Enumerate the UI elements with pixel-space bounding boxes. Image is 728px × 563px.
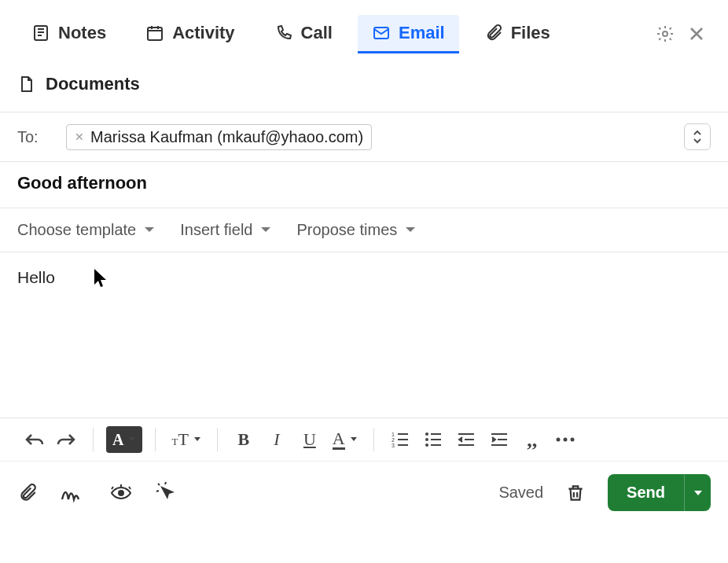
svg-point-3 [663, 31, 667, 36]
tab-activity[interactable]: Activity [131, 15, 248, 53]
mail-icon [372, 24, 391, 42]
propose-times-button[interactable]: Propose times [296, 221, 416, 239]
svg-point-8 [425, 438, 428, 441]
recipient-chip[interactable]: ✕ Marissa Kaufman (mkauf@yhaoo.com) [66, 124, 372, 150]
font-size-button[interactable]: TT [168, 426, 204, 453]
tab-call[interactable]: Call [260, 15, 347, 53]
more-formatting-button[interactable] [552, 426, 579, 453]
to-row: To: ✕ Marissa Kaufman (mkauf@yhaoo.com) [0, 112, 728, 162]
caret-down-icon [350, 436, 358, 443]
pointer-button[interactable] [156, 481, 179, 505]
delete-button[interactable] [565, 482, 586, 504]
undo-button[interactable] [20, 426, 47, 453]
svg-rect-1 [148, 28, 162, 40]
tab-files[interactable]: Files [470, 15, 564, 53]
formatting-toolbar: A TT B I U A 123 [0, 418, 728, 461]
phone-icon [274, 24, 293, 42]
send-options-button[interactable] [684, 474, 711, 511]
mouse-cursor-icon [93, 268, 108, 289]
caret-down-icon [128, 436, 136, 443]
svg-point-7 [425, 432, 428, 436]
attach-button[interactable] [17, 482, 38, 504]
svg-text:3: 3 [392, 443, 395, 448]
tab-label: Activity [172, 23, 234, 43]
bulleted-list-button[interactable] [420, 426, 447, 453]
notes-icon [31, 24, 50, 42]
signature-button[interactable] [60, 482, 86, 504]
tab-label: Call [301, 23, 333, 43]
email-body-text: Hello [17, 268, 55, 286]
file-icon [17, 75, 36, 94]
compose-footer: Saved Send [0, 461, 728, 527]
svg-text:1: 1 [392, 432, 395, 437]
email-body-input[interactable]: Hello [0, 252, 728, 418]
bold-button[interactable]: B [230, 426, 257, 453]
underline-button[interactable]: U [296, 426, 323, 453]
recipient-text: Marissa Kaufman (mkauf@yhaoo.com) [90, 128, 363, 146]
caret-down-icon [193, 436, 201, 443]
svg-point-11 [563, 438, 567, 442]
saved-status: Saved [498, 484, 543, 502]
menu-label: Propose times [296, 221, 397, 239]
menu-label: Choose template [17, 221, 136, 239]
indent-button[interactable] [486, 426, 513, 453]
send-button[interactable]: Send [608, 474, 711, 511]
caret-down-icon [144, 226, 155, 234]
visibility-button[interactable] [108, 484, 134, 502]
template-bar: Choose template Insert field Propose tim… [0, 208, 728, 252]
header-actions [656, 24, 706, 43]
tab-label: Notes [58, 23, 106, 43]
tab-email[interactable]: Email [358, 15, 459, 53]
svg-point-12 [570, 438, 574, 442]
tab-label: Files [511, 23, 550, 43]
italic-button[interactable]: I [263, 426, 290, 453]
paperclip-icon [484, 24, 503, 42]
svg-point-9 [425, 443, 428, 447]
subject-text: Good afternoon [17, 173, 147, 193]
tab-label: Email [399, 23, 445, 43]
insert-field-button[interactable]: Insert field [180, 221, 271, 239]
tabs-bar: Notes Activity Call Email Files [0, 0, 728, 57]
expand-recipients-button[interactable] [684, 123, 711, 150]
outdent-button[interactable] [453, 426, 480, 453]
gear-icon[interactable] [656, 24, 675, 43]
menu-label: Insert field [180, 221, 252, 239]
redo-button[interactable] [53, 426, 80, 453]
choose-template-button[interactable]: Choose template [17, 221, 155, 239]
svg-point-10 [556, 438, 560, 442]
documents-row[interactable]: Documents [0, 57, 728, 112]
tab-notes[interactable]: Notes [17, 15, 120, 53]
blockquote-button[interactable]: ,, [519, 426, 546, 453]
svg-text:2: 2 [392, 437, 395, 443]
send-label: Send [608, 474, 684, 511]
documents-label: Documents [46, 74, 140, 94]
subject-input[interactable]: Good afternoon [0, 162, 728, 208]
font-color-button[interactable]: A [329, 426, 361, 453]
close-icon[interactable] [687, 24, 706, 43]
calendar-icon [145, 24, 164, 42]
numbered-list-button[interactable]: 123 [387, 426, 414, 453]
to-label: To: [17, 128, 52, 146]
text-color-button[interactable]: A [106, 426, 142, 453]
remove-recipient-icon[interactable]: ✕ [75, 131, 84, 143]
svg-point-13 [119, 491, 123, 495]
caret-down-icon [260, 226, 271, 234]
caret-down-icon [405, 226, 416, 234]
caret-down-icon [693, 489, 703, 497]
